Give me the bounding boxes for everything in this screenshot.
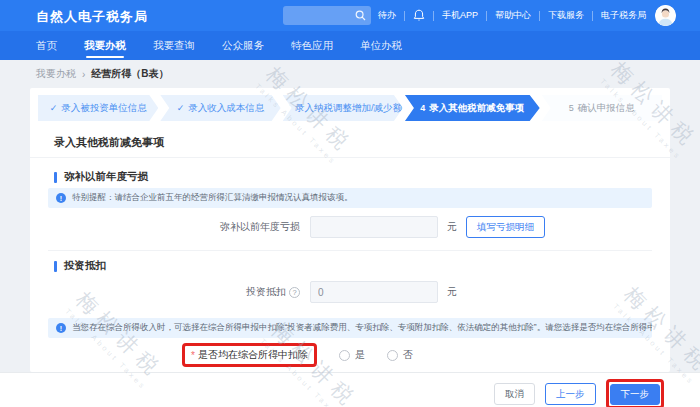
info-icon: ! bbox=[56, 323, 66, 333]
required-mark: * bbox=[191, 350, 195, 361]
step-progress-bar: ✓录入被投资单位信息✓录入收入成本信息✓录入纳税调整增加/减少额4录入其他税前减… bbox=[38, 95, 662, 121]
loss-unit: 元 bbox=[447, 220, 457, 234]
step-number: 5 bbox=[569, 103, 574, 113]
check-icon: ✓ bbox=[50, 103, 58, 113]
loss-field-row: 弥补以前年度亏损 元 填写亏损明细 bbox=[30, 215, 670, 239]
loss-field-label: 弥补以前年度亏损 bbox=[30, 220, 310, 234]
breadcrumb-separator: › bbox=[82, 69, 85, 80]
footer-buttons: 取消 上一步 下一步 bbox=[494, 379, 664, 407]
download-link[interactable]: 下载服务 bbox=[548, 9, 584, 22]
section-invest-header: 投资抵扣 bbox=[54, 259, 106, 273]
page-title: 录入其他税前减免事项 bbox=[54, 135, 164, 150]
next-step-button[interactable]: 下一步 bbox=[610, 384, 661, 405]
loss-amount-input[interactable] bbox=[310, 216, 438, 238]
combined-radio-row: * 是否均在综合所得中扣除 是 否 bbox=[30, 343, 670, 367]
section-invest-title: 投资抵扣 bbox=[64, 259, 106, 273]
main-nav: 首页我要办税我要查询公众服务特色应用单位办税 bbox=[0, 31, 700, 60]
info-icon: ! bbox=[56, 193, 66, 203]
step-label: 录入收入成本信息 bbox=[188, 102, 264, 115]
combined-radio-label: 是否均在综合所得中扣除 bbox=[198, 348, 308, 362]
section-marker bbox=[54, 261, 57, 272]
footer-bar: 取消 上一步 下一步 bbox=[0, 372, 700, 407]
cancel-button[interactable]: 取消 bbox=[494, 383, 535, 405]
fill-loss-detail-button[interactable]: 填写亏损明细 bbox=[466, 216, 545, 238]
nav-item-4[interactable]: 公众服务 bbox=[222, 31, 264, 60]
content-card: ✓录入被投资单位信息✓录入收入成本信息✓录入纳税调整增加/减少额4录入其他税前减… bbox=[30, 88, 670, 372]
divider bbox=[539, 11, 540, 21]
combined-notice-text: 当您存在综合所得收入时，可选择在综合所得申报中扣除“投资者减除费用、专项扣除、专… bbox=[72, 322, 652, 334]
combined-deduction-notice: ! 当您存在综合所得收入时，可选择在综合所得申报中扣除“投资者减除费用、专项扣除… bbox=[48, 318, 652, 338]
section-loss-header: 弥补以前年度亏损 bbox=[54, 170, 148, 184]
nav-item-3[interactable]: 我要查询 bbox=[153, 31, 195, 60]
top-links: 待办 手机APP 帮助中心 下载服务 电子税务局 bbox=[378, 0, 676, 31]
nav-item-6[interactable]: 单位办税 bbox=[360, 31, 402, 60]
invest-field-row: 投资抵扣 ? 元 bbox=[30, 280, 670, 304]
todo-link[interactable]: 待办 bbox=[378, 9, 396, 22]
step-label: 录入纳税调整增加/减少额 bbox=[295, 102, 402, 115]
step-label: 录入被投资单位信息 bbox=[61, 102, 147, 115]
nav-item-2[interactable]: 我要办税 bbox=[84, 31, 126, 60]
help-center-link[interactable]: 帮助中心 bbox=[495, 9, 531, 22]
loss-notice: ! 特别提醒：请结合企业前五年的经营所得汇算清缴申报情况认真填报该项。 bbox=[48, 188, 652, 208]
highlight-box-next-button: 下一步 bbox=[606, 379, 665, 407]
top-bar: 自然人电子税务局 待办 手机APP 帮助中心 下载服务 电子税务局 bbox=[0, 0, 700, 31]
radio-option-no[interactable]: 否 bbox=[387, 348, 413, 362]
invest-field-label: 投资抵扣 ? bbox=[30, 285, 310, 299]
help-icon[interactable]: ? bbox=[289, 287, 300, 298]
invest-amount-input[interactable] bbox=[310, 281, 438, 303]
step-4: 4录入其他税前减免事项 bbox=[405, 95, 540, 121]
divider bbox=[404, 11, 405, 21]
divider bbox=[30, 157, 670, 158]
breadcrumb: 我要办税 › 经营所得（B表） bbox=[36, 67, 169, 81]
step-1: ✓录入被投资单位信息 bbox=[38, 95, 158, 121]
breadcrumb-current: 经营所得（B表） bbox=[91, 67, 168, 81]
bell-icon[interactable] bbox=[413, 9, 425, 22]
divider bbox=[592, 11, 593, 21]
loss-notice-text: 特别提醒：请结合企业前五年的经营所得汇算清缴申报情况认真填报该项。 bbox=[72, 192, 353, 204]
screen: 自然人电子税务局 待办 手机APP 帮助中心 下载服务 电子税务局 bbox=[0, 0, 700, 407]
step-number: 4 bbox=[420, 103, 425, 113]
nav-item-5[interactable]: 特色应用 bbox=[291, 31, 333, 60]
search-box[interactable] bbox=[283, 6, 371, 25]
divider bbox=[48, 250, 652, 251]
step-5: 5确认申报信息 bbox=[542, 95, 662, 121]
step-label: 录入其他税前减免事项 bbox=[429, 102, 524, 115]
search-icon[interactable] bbox=[355, 10, 366, 21]
check-icon: ✓ bbox=[283, 103, 291, 113]
check-icon: ✓ bbox=[177, 103, 185, 113]
prev-step-button[interactable]: 上一步 bbox=[545, 383, 596, 405]
etax-link[interactable]: 电子税务局 bbox=[601, 9, 646, 22]
radio-circle-yes[interactable] bbox=[339, 350, 350, 361]
radio-option-yes[interactable]: 是 bbox=[339, 348, 365, 362]
divider bbox=[486, 11, 487, 21]
highlight-box-radio-label: * 是否均在综合所得中扣除 bbox=[182, 343, 317, 367]
user-avatar[interactable] bbox=[655, 5, 676, 26]
section-marker bbox=[54, 172, 57, 183]
nav-item-1[interactable]: 首页 bbox=[36, 31, 57, 60]
search-input[interactable] bbox=[283, 6, 355, 25]
step-label: 确认申报信息 bbox=[578, 102, 635, 115]
section-loss-title: 弥补以前年度亏损 bbox=[64, 170, 148, 184]
step-2: ✓录入收入成本信息 bbox=[160, 95, 280, 121]
app-title: 自然人电子税务局 bbox=[36, 8, 148, 26]
breadcrumb-parent[interactable]: 我要办税 bbox=[36, 67, 76, 81]
invest-unit: 元 bbox=[447, 285, 457, 299]
radio-circle-no[interactable] bbox=[387, 350, 398, 361]
mobile-app-link[interactable]: 手机APP bbox=[442, 9, 478, 22]
divider bbox=[433, 11, 434, 21]
step-3: ✓录入纳税调整增加/减少额 bbox=[283, 95, 403, 121]
